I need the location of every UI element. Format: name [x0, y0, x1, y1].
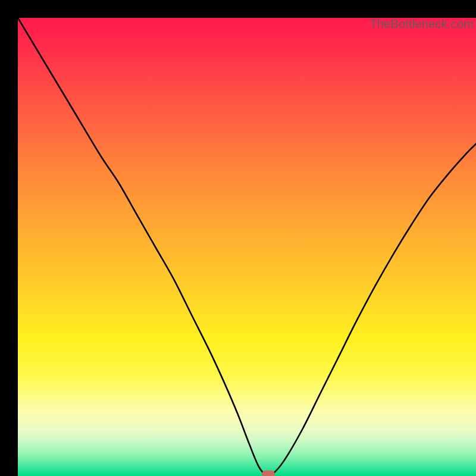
chart-frame: TheBottleneck.com: [9, 9, 467, 467]
optimum-marker: [262, 470, 275, 476]
watermark-label: TheBottleneck.com: [369, 18, 474, 31]
plot-area: TheBottleneck.com: [18, 18, 476, 476]
bottleneck-curve: [18, 18, 476, 476]
